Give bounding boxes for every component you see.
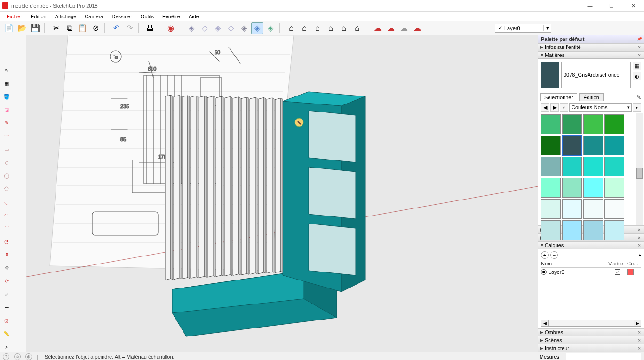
style-back-button[interactable]: ◈ — [264, 22, 277, 34]
delete-button[interactable]: ⊘ — [89, 22, 102, 34]
status-help-icon[interactable]: ? — [3, 353, 9, 360]
panel-instructor[interactable]: ▶ Instructeur × — [538, 344, 644, 352]
rotate-tool[interactable]: ⟳ — [0, 275, 13, 287]
view-right-button[interactable]: ⌂ — [325, 22, 337, 34]
pushpull-tool[interactable]: ⇕ — [0, 248, 13, 261]
nav-back-button[interactable]: ◀ — [541, 103, 549, 112]
col-name[interactable]: Nom — [541, 261, 608, 266]
panel-scenes[interactable]: ▶ Scènes × — [538, 336, 644, 344]
panel-materials[interactable]: ▼ Matières × — [538, 51, 644, 59]
circle-tool[interactable]: ◯ — [0, 169, 13, 182]
view-left-button[interactable]: ⌂ — [351, 22, 363, 34]
offset-tool[interactable]: ◎ — [0, 314, 13, 327]
color-swatch[interactable] — [583, 178, 603, 198]
swatch-scrollbar[interactable] — [636, 113, 643, 225]
color-swatch[interactable] — [541, 157, 561, 176]
panel-shadows[interactable]: ▶ Ombres × — [538, 328, 644, 336]
close-icon[interactable]: × — [636, 235, 642, 240]
nav-home-button[interactable]: ⌂ — [560, 103, 568, 112]
protractor-tool[interactable]: ⦠ — [0, 341, 13, 353]
col-color[interactable]: Co… — [627, 261, 641, 266]
panel-layers[interactable]: ▼ Calques × — [538, 241, 644, 249]
color-swatch[interactable] — [604, 178, 624, 198]
color-swatch[interactable] — [583, 220, 603, 240]
freehand-tool[interactable]: 〰 — [0, 130, 13, 142]
color-swatch[interactable] — [583, 114, 603, 134]
layer-visible-checkbox[interactable]: ✓ — [615, 269, 620, 275]
material-preview[interactable] — [541, 62, 559, 88]
style-shaded-button[interactable]: ◈ — [185, 22, 198, 34]
pin-icon[interactable]: 📌 — [637, 37, 644, 41]
menu-aide[interactable]: Aide — [185, 13, 203, 20]
layers-menu-button[interactable]: ▸ — [639, 252, 641, 257]
color-swatch[interactable] — [562, 136, 582, 155]
color-swatch[interactable] — [604, 136, 624, 155]
copy-button[interactable]: ⧉ — [63, 22, 75, 34]
menu-affichage[interactable]: Affichage — [51, 13, 80, 20]
view-front-button[interactable]: ⌂ — [311, 22, 324, 34]
scroll-right-icon[interactable]: ▶ — [634, 320, 641, 327]
layer-name[interactable]: Layer0 — [549, 269, 608, 275]
ext-button[interactable]: ☁ — [398, 22, 410, 34]
tab-select[interactable]: Sélectionner — [540, 93, 577, 101]
layer-combo[interactable]: ✓ Layer0 ▾ — [495, 24, 551, 33]
status-user-icon[interactable]: ☺ — [14, 353, 21, 360]
arc2-tool[interactable]: ◠ — [0, 209, 13, 221]
material-library-combo[interactable]: Couleurs-Noms ▾ — [569, 103, 632, 112]
open-file-button[interactable]: 📂 — [16, 22, 28, 34]
menu-camera[interactable]: Caméra — [81, 13, 107, 20]
scroll-track[interactable] — [549, 320, 634, 327]
style-mono-button[interactable]: ◈ — [238, 22, 250, 34]
layers-hscroll[interactable]: ◀ ▶ — [541, 320, 641, 327]
close-icon[interactable]: × — [636, 329, 642, 335]
color-swatch[interactable] — [562, 157, 582, 176]
move-tool[interactable]: ✥ — [0, 262, 13, 274]
style-hidden-button[interactable]: ◈ — [212, 22, 224, 34]
cut-button[interactable]: ✂ — [50, 22, 62, 34]
status-geo-icon[interactable]: ⊕ — [25, 353, 32, 360]
ext2-button[interactable]: ☁ — [411, 22, 423, 34]
style-wire-button[interactable]: ◇ — [199, 22, 211, 34]
measure-input[interactable] — [566, 353, 641, 360]
arc3-tool[interactable]: ⌒ — [0, 222, 13, 234]
select-tool[interactable]: ↖ — [0, 64, 13, 76]
color-swatch[interactable] — [541, 199, 561, 219]
close-icon[interactable]: × — [636, 345, 642, 351]
color-swatch[interactable] — [604, 199, 624, 219]
color-swatch[interactable] — [604, 114, 624, 134]
color-swatch[interactable] — [541, 136, 561, 155]
view-top-button[interactable]: ⌂ — [298, 22, 310, 34]
menu-fichier[interactable]: Fichier — [3, 13, 26, 20]
color-swatch[interactable] — [583, 136, 603, 155]
polygon-tool[interactable]: ⬠ — [0, 183, 13, 195]
print-button[interactable]: 🖶 — [144, 22, 156, 34]
followme-tool[interactable]: ⇝ — [0, 301, 13, 313]
remove-layer-button[interactable]: − — [550, 251, 558, 259]
style-xray-button[interactable]: ◈ — [251, 22, 263, 34]
redo-button[interactable]: ↷ — [123, 22, 135, 34]
close-icon[interactable]: × — [636, 337, 642, 343]
view-back-button[interactable]: ⌂ — [338, 22, 350, 34]
close-button[interactable]: ✕ — [622, 0, 644, 12]
undo-button[interactable]: ↶ — [110, 22, 122, 34]
color-swatch[interactable] — [541, 178, 561, 198]
color-swatch[interactable] — [583, 199, 603, 219]
eyedropper-icon[interactable]: ✎ — [636, 94, 641, 101]
color-swatch[interactable] — [562, 199, 582, 219]
color-swatch[interactable] — [541, 114, 561, 134]
close-icon[interactable]: × — [636, 44, 642, 50]
view-iso-button[interactable]: ⌂ — [285, 22, 297, 34]
color-swatch[interactable] — [583, 157, 603, 176]
line-tool[interactable]: ✎ — [0, 117, 13, 129]
rectangle-rot-tool[interactable]: ◇ — [0, 156, 13, 168]
close-icon[interactable]: × — [636, 52, 642, 58]
paint-bucket-tool[interactable]: 🪣 — [0, 90, 13, 103]
color-swatch[interactable] — [562, 178, 582, 198]
warehouse-button[interactable]: ☁ — [372, 22, 384, 34]
tab-edit[interactable]: Édition — [579, 93, 604, 101]
paste-button[interactable]: 📋 — [76, 22, 88, 34]
scrollbar-thumb[interactable] — [636, 168, 643, 179]
layer-color-swatch[interactable] — [627, 269, 634, 275]
layer-active-radio[interactable] — [541, 269, 547, 275]
default-material-button[interactable]: ◐ — [633, 72, 641, 80]
